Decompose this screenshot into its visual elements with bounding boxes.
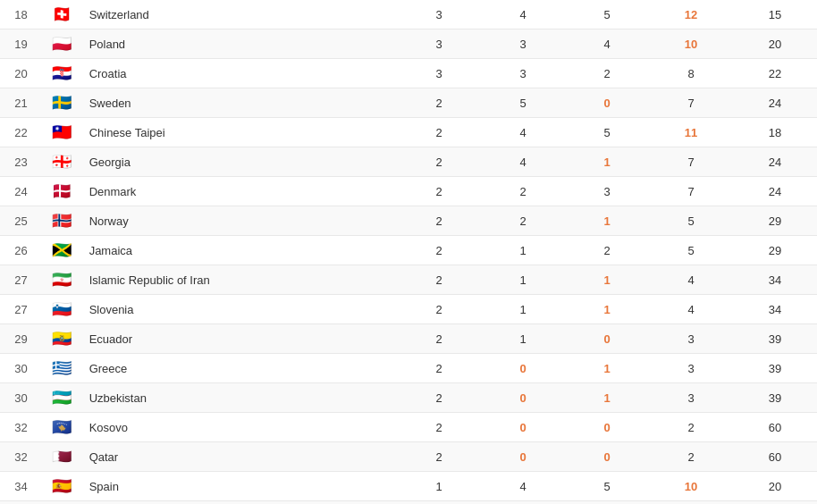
flag-icon: 🇬🇷 (52, 359, 72, 377)
rank-cell: 32 (0, 442, 42, 472)
medals-table: 18 🇨🇭 Switzerland 3 4 5 12 15 19 🇵🇱 Pola… (0, 0, 817, 504)
rank-cell: 30 (0, 383, 42, 413)
rank-cell: 32 (0, 413, 42, 442)
flag-cell: 🇮🇷 (42, 265, 82, 295)
silver-medal-count: 3 (481, 59, 565, 88)
bronze-medal-count: 1 (565, 354, 649, 383)
flag-icon: 🇶🇦 (52, 448, 72, 466)
points-count: 39 (733, 383, 817, 413)
country-name: Denmark (82, 177, 397, 206)
table-row: 27 🇸🇮 Slovenia 2 1 1 4 34 (0, 295, 817, 324)
bronze-medal-count: 2 (565, 59, 649, 88)
rank-cell: 25 (0, 206, 42, 236)
silver-medal-count: 1 (481, 295, 565, 324)
bronze-medal-count: 0 (565, 442, 649, 472)
table-row: 29 🇪🇨 Ecuador 2 1 0 3 39 (0, 324, 817, 354)
country-name: Romania (82, 501, 397, 505)
total-medal-count: 10 (649, 472, 733, 501)
flag-cell: 🇳🇴 (42, 206, 82, 236)
gold-medal-count: 2 (397, 177, 481, 206)
country-name: Spain (82, 472, 397, 501)
flag-cell: 🇷🇴 (42, 501, 82, 505)
table-row: 35 🇷🇴 Romania 1 3 0 4 34 (0, 501, 817, 505)
country-name: Poland (82, 29, 397, 59)
country-name: Qatar (82, 442, 397, 472)
bronze-medal-count: 4 (565, 29, 649, 59)
flag-cell: 🇵🇱 (42, 29, 82, 59)
table-row: 20 🇭🇷 Croatia 3 3 2 8 22 (0, 59, 817, 88)
gold-medal-count: 1 (397, 472, 481, 501)
flag-cell: 🇺🇿 (42, 383, 82, 413)
total-medal-count: 7 (649, 177, 733, 206)
bronze-medal-count: 0 (565, 88, 649, 118)
flag-cell: 🇸🇪 (42, 88, 82, 118)
flag-icon: 🇽🇰 (52, 418, 72, 436)
country-name: Kosovo (82, 413, 397, 442)
points-count: 39 (733, 324, 817, 354)
bronze-medal-count: 5 (565, 118, 649, 147)
gold-medal-count: 2 (397, 383, 481, 413)
gold-medal-count: 2 (397, 88, 481, 118)
bronze-medal-count: 5 (565, 0, 649, 29)
country-name: Ecuador (82, 324, 397, 354)
rank-cell: 18 (0, 0, 42, 29)
bronze-medal-count: 3 (565, 177, 649, 206)
silver-medal-count: 0 (481, 413, 565, 442)
points-count: 20 (733, 472, 817, 501)
flag-icon: 🇮🇷 (52, 271, 72, 289)
silver-medal-count: 4 (481, 0, 565, 29)
silver-medal-count: 1 (481, 324, 565, 354)
silver-medal-count: 0 (481, 354, 565, 383)
gold-medal-count: 2 (397, 265, 481, 295)
silver-medal-count: 1 (481, 265, 565, 295)
silver-medal-count: 2 (481, 177, 565, 206)
country-name: Islamic Republic of Iran (82, 265, 397, 295)
rank-cell: 23 (0, 147, 42, 177)
table-row: 18 🇨🇭 Switzerland 3 4 5 12 15 (0, 0, 817, 29)
rank-cell: 21 (0, 88, 42, 118)
table-row: 30 🇺🇿 Uzbekistan 2 0 1 3 39 (0, 383, 817, 413)
flag-cell: 🇶🇦 (42, 442, 82, 472)
points-count: 34 (733, 265, 817, 295)
gold-medal-count: 2 (397, 236, 481, 265)
flag-cell: 🇩🇰 (42, 177, 82, 206)
table-row: 27 🇮🇷 Islamic Republic of Iran 2 1 1 4 3… (0, 265, 817, 295)
table-row: 19 🇵🇱 Poland 3 3 4 10 20 (0, 29, 817, 59)
country-name: Slovenia (82, 295, 397, 324)
total-medal-count: 10 (649, 29, 733, 59)
flag-icon: 🇸🇮 (52, 300, 72, 318)
bronze-medal-count: 1 (565, 206, 649, 236)
silver-medal-count: 2 (481, 206, 565, 236)
silver-medal-count: 4 (481, 147, 565, 177)
rank-cell: 27 (0, 265, 42, 295)
total-medal-count: 12 (649, 0, 733, 29)
silver-medal-count: 4 (481, 472, 565, 501)
points-count: 39 (733, 354, 817, 383)
country-name: Chinese Taipei (82, 118, 397, 147)
table-row: 22 🇹🇼 Chinese Taipei 2 4 5 11 18 (0, 118, 817, 147)
flag-cell: 🇪🇨 (42, 324, 82, 354)
table-row: 21 🇸🇪 Sweden 2 5 0 7 24 (0, 88, 817, 118)
flag-icon: 🇩🇰 (52, 182, 72, 200)
table-row: 26 🇯🇲 Jamaica 2 1 2 5 29 (0, 236, 817, 265)
flag-icon: 🇨🇭 (52, 5, 72, 23)
table-row: 25 🇳🇴 Norway 2 2 1 5 29 (0, 206, 817, 236)
bronze-medal-count: 1 (565, 265, 649, 295)
total-medal-count: 3 (649, 383, 733, 413)
gold-medal-count: 2 (397, 206, 481, 236)
flag-cell: 🇪🇸 (42, 472, 82, 501)
points-count: 24 (733, 177, 817, 206)
points-count: 15 (733, 0, 817, 29)
flag-icon: 🇭🇷 (52, 64, 72, 82)
rank-cell: 19 (0, 29, 42, 59)
flag-icon: 🇵🇱 (52, 35, 72, 53)
total-medal-count: 3 (649, 324, 733, 354)
gold-medal-count: 2 (397, 413, 481, 442)
flag-icon: 🇬🇪 (52, 153, 72, 171)
points-count: 18 (733, 118, 817, 147)
country-name: Norway (82, 206, 397, 236)
points-count: 29 (733, 206, 817, 236)
rank-cell: 30 (0, 354, 42, 383)
flag-icon: 🇳🇴 (52, 212, 72, 230)
points-count: 24 (733, 147, 817, 177)
